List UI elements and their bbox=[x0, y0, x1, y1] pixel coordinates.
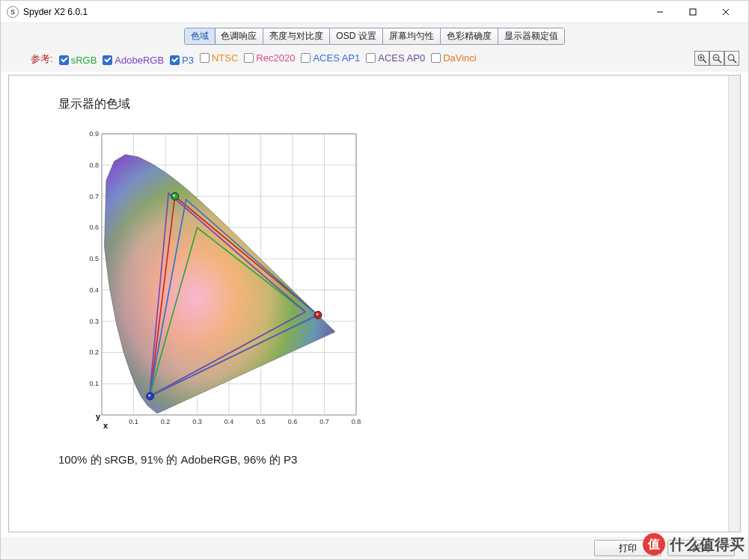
result-text: 100% 的 sRGB, 91% 的 AdobeRGB, 96% 的 P3 bbox=[58, 453, 297, 467]
svg-text:0.4: 0.4 bbox=[89, 286, 99, 294]
app-window: S Spyder X2 6.0.1 色域色调响应亮度与对比度OSD 设置屏幕均匀… bbox=[0, 0, 749, 560]
tab-1[interactable]: 色调响应 bbox=[215, 28, 263, 44]
checkbox-icon bbox=[170, 55, 180, 65]
reference-label-text: DaVinci bbox=[443, 52, 477, 64]
reference-checkbox-srgb[interactable]: sRGB bbox=[59, 55, 97, 66]
tab-3[interactable]: OSD 设置 bbox=[330, 28, 382, 44]
checkbox-icon bbox=[244, 53, 254, 63]
svg-rect-1 bbox=[690, 9, 696, 15]
vertical-scrollbar[interactable] bbox=[728, 76, 740, 532]
svg-text:0.6: 0.6 bbox=[288, 418, 298, 425]
tab-6[interactable]: 显示器额定值 bbox=[498, 28, 564, 44]
svg-text:0.7: 0.7 bbox=[89, 193, 99, 200]
reference-checkbox-ntsc[interactable]: NTSC bbox=[200, 52, 238, 64]
checkbox-icon bbox=[366, 53, 376, 63]
reference-label-text: ACES AP0 bbox=[378, 52, 425, 64]
maximize-button[interactable] bbox=[676, 1, 709, 22]
reference-label: 参考: bbox=[31, 52, 53, 66]
reference-checkbox-adobergb[interactable]: AdobeRGB bbox=[103, 55, 164, 66]
svg-text:0.1: 0.1 bbox=[89, 380, 99, 387]
tab-0[interactable]: 色域 bbox=[184, 28, 215, 45]
reference-label-text: sRGB bbox=[71, 55, 97, 66]
tab-bar: 色域色调响应亮度与对比度OSD 设置屏幕均匀性色彩精确度显示器额定值 bbox=[1, 23, 748, 49]
svg-text:0.7: 0.7 bbox=[320, 418, 329, 425]
svg-text:0.3: 0.3 bbox=[89, 318, 99, 325]
svg-text:0.2: 0.2 bbox=[89, 348, 99, 356]
reference-checkbox-aces-ap0[interactable]: ACES AP0 bbox=[366, 52, 425, 64]
app-icon: S bbox=[7, 6, 19, 18]
content-frame: 显示器的色域 0.10.20.30.40.50.60.70.80.10.20.3… bbox=[8, 75, 741, 532]
reference-label-text: ACES AP1 bbox=[313, 52, 360, 64]
svg-line-9 bbox=[718, 60, 721, 63]
zoom-tools bbox=[694, 51, 739, 66]
checkbox-icon bbox=[59, 55, 69, 65]
bottom-bar: 打印 关闭 bbox=[1, 537, 748, 559]
svg-point-55 bbox=[148, 394, 150, 396]
svg-text:0.5: 0.5 bbox=[89, 255, 99, 262]
reference-checkbox-davinci[interactable]: DaVinci bbox=[431, 52, 477, 64]
svg-point-53 bbox=[173, 194, 175, 197]
svg-text:x: x bbox=[103, 421, 108, 430]
svg-line-12 bbox=[733, 60, 736, 63]
print-button[interactable]: 打印 bbox=[594, 540, 661, 556]
svg-text:y: y bbox=[96, 412, 101, 421]
reference-checkbox-p3[interactable]: P3 bbox=[170, 55, 194, 66]
close-dialog-button[interactable]: 关闭 bbox=[667, 540, 735, 556]
svg-text:0.8: 0.8 bbox=[89, 161, 99, 169]
checkbox-icon bbox=[200, 53, 210, 63]
tab-2[interactable]: 亮度与对比度 bbox=[263, 28, 330, 44]
zoom-out-button[interactable] bbox=[709, 51, 724, 66]
reference-checkbox-aces-ap1[interactable]: ACES AP1 bbox=[301, 52, 360, 64]
tab-5[interactable]: 色彩精确度 bbox=[441, 28, 498, 44]
reference-label-text: AdobeRGB bbox=[114, 55, 164, 66]
tab-4[interactable]: 屏幕均匀性 bbox=[383, 28, 441, 44]
svg-text:0.1: 0.1 bbox=[129, 418, 138, 425]
svg-line-5 bbox=[703, 60, 706, 63]
zoom-fit-button[interactable] bbox=[724, 51, 739, 66]
checkbox-icon bbox=[431, 53, 441, 63]
titlebar: S Spyder X2 6.0.1 bbox=[1, 1, 748, 23]
reference-label-text: Rec2020 bbox=[256, 52, 295, 64]
reference-label-text: P3 bbox=[182, 55, 194, 66]
reference-checkbox-rec2020[interactable]: Rec2020 bbox=[244, 52, 295, 64]
reference-row: 参考: sRGBAdobeRGBP3NTSCRec2020ACES AP1ACE… bbox=[1, 49, 748, 72]
svg-text:0.4: 0.4 bbox=[224, 418, 234, 425]
chart-title: 显示器的色域 bbox=[58, 96, 130, 112]
svg-text:0.2: 0.2 bbox=[161, 418, 171, 425]
minimize-button[interactable] bbox=[643, 1, 676, 22]
reference-label-text: NTSC bbox=[212, 52, 238, 64]
zoom-in-button[interactable] bbox=[694, 51, 709, 66]
svg-text:0.8: 0.8 bbox=[352, 418, 361, 425]
svg-text:0.5: 0.5 bbox=[256, 418, 266, 425]
gamut-chart: 0.10.20.30.40.50.60.70.80.10.20.30.40.50… bbox=[76, 129, 361, 436]
svg-text:0.3: 0.3 bbox=[192, 418, 202, 425]
checkbox-icon bbox=[103, 55, 112, 65]
svg-text:0.9: 0.9 bbox=[89, 130, 99, 138]
window-title: Spyder X2 6.0.1 bbox=[23, 7, 88, 17]
close-button[interactable] bbox=[709, 1, 742, 22]
svg-point-51 bbox=[317, 313, 319, 316]
checkbox-icon bbox=[301, 53, 311, 63]
svg-point-11 bbox=[728, 55, 734, 61]
svg-text:0.6: 0.6 bbox=[89, 224, 99, 231]
